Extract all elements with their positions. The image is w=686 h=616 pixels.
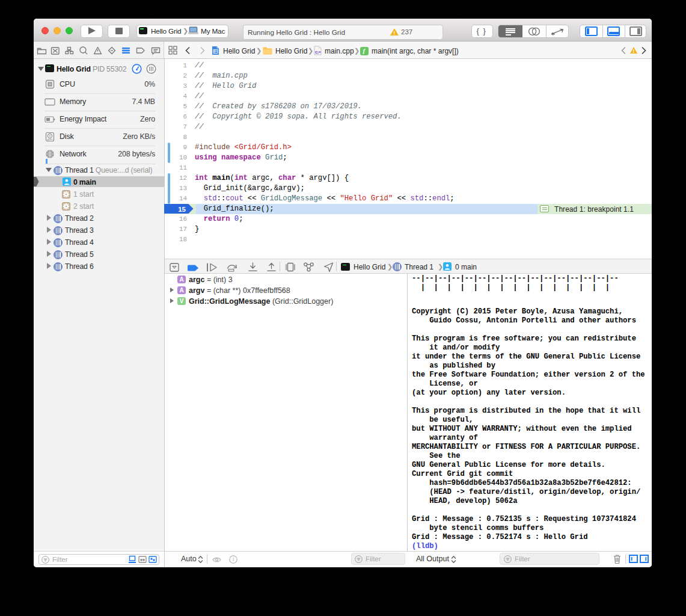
svg-text:c: c [315,49,318,55]
svg-text:i: i [233,556,234,562]
